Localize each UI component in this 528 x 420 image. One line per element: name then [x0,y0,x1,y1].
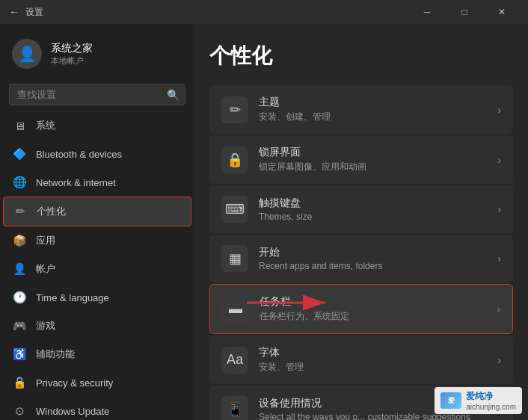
row-title-fonts: 字体 [259,346,497,359]
sidebar-item-time[interactable]: 🕐 Time & language [0,283,194,312]
content-title: 个性化 [209,42,513,70]
row-subtitle-theme: 安装、创建、管理 [259,111,497,123]
row-title-touchkeyboard: 触摸键盘 [259,197,497,210]
nav-icon-windowsupdate: ⊙ [12,404,27,419]
settings-row-lockscreen[interactable]: 🔒 锁屏界面 锁定屏幕图像、应用和动画 › [209,135,513,184]
row-text-touchkeyboard: 触摸键盘 Themes, size [259,197,497,222]
nav-icon-system: 🖥 [12,118,27,133]
row-subtitle-start: Recent apps and items, folders [259,261,497,271]
sidebar-item-windowsupdate[interactable]: ⊙ Windows Update [0,397,194,420]
row-title-theme: 主题 [259,96,497,109]
nav-label-time: Time & language [36,292,109,303]
sidebar-item-bluetooth[interactable]: 🔷 Bluetooth & devices [0,140,194,168]
chevron-icon-taskbar: › [497,303,500,315]
title-bar-left: ← 设置 [9,6,43,19]
chevron-icon-fonts: › [497,354,501,366]
back-icon[interactable]: ← [9,6,19,18]
nav-label-system: 系统 [36,119,55,132]
row-icon-taskbar: ▬ [222,296,249,323]
row-icon-lockscreen: 🔒 [221,146,248,173]
minimize-button[interactable]: ─ [410,0,444,24]
row-subtitle-lockscreen: 锁定屏幕图像、应用和动画 [259,161,497,173]
settings-row-theme[interactable]: ✏ 主题 安装、创建、管理 › [209,85,513,134]
nav-icon-time: 🕐 [12,290,27,305]
row-title-lockscreen: 锁屏界面 [259,146,497,159]
watermark-logo: 爱 [440,392,461,409]
sidebar-item-accounts[interactable]: 👤 帐户 [0,255,194,283]
title-bar: ← 设置 ─ □ ✕ [0,0,528,24]
nav-icon-bluetooth: 🔷 [12,146,27,161]
search-box: 🔍 [9,84,185,105]
nav-label-accessibility: 辅助功能 [36,348,75,361]
main-layout: 👤 系统之家 本地帐户 🔍 🖥 系统 🔷 Bluetooth & devices… [0,24,528,420]
watermark-url: aichunjing.com [466,403,516,411]
user-profile: 👤 系统之家 本地帐户 [0,24,194,81]
watermark: 爱 爱纯净 aichunjing.com [435,387,522,414]
nav-label-bluetooth: Bluetooth & devices [36,149,122,160]
row-text-fonts: 字体 安装、管理 [259,346,497,374]
chevron-icon-touchkeyboard: › [497,203,501,215]
row-icon-fonts: Aa [221,347,248,374]
settings-row-fonts[interactable]: Aa 字体 安装、管理 › [209,336,513,384]
row-title-start: 开始 [259,246,497,259]
settings-row-touchkeyboard[interactable]: ⌨ 触摸键盘 Themes, size › [209,185,513,233]
row-icon-start: ▦ [221,245,248,272]
nav-icon-privacy: 🔒 [12,375,27,390]
row-text-lockscreen: 锁屏界面 锁定屏幕图像、应用和动画 [259,146,497,173]
title-bar-controls: ─ □ ✕ [410,0,519,24]
nav-icon-network: 🌐 [12,175,27,190]
user-info: 系统之家 本地帐户 [51,42,93,67]
settings-row-start[interactable]: ▦ 开始 Recent apps and items, folders › [209,235,513,282]
content-area: 个性化 ✏ 主题 安装、创建、管理 › 🔒 锁屏界面 锁定屏幕图像、应用和动画 … [194,24,528,420]
nav-label-accounts: 帐户 [36,262,55,276]
nav-label-apps: 应用 [36,234,55,247]
sidebar-item-system[interactable]: 🖥 系统 [0,111,194,140]
row-icon-touchkeyboard: ⌨ [221,196,248,223]
nav-icon-accessibility: ♿ [12,347,27,362]
row-text-start: 开始 Recent apps and items, folders [259,246,497,271]
user-type: 本地帐户 [51,55,93,67]
nav-icon-accounts: 👤 [12,262,27,277]
sidebar-item-personalization[interactable]: ✏ 个性化 [3,197,191,226]
avatar: 👤 [12,39,42,69]
nav-icon-gaming: 🎮 [12,318,27,333]
row-text-theme: 主题 安装、创建、管理 [259,96,497,123]
settings-row-taskbar[interactable]: ▬ 任务栏 任务栏行为、系统固定 › [209,284,513,334]
nav-label-network: Network & internet [36,177,116,188]
row-subtitle-touchkeyboard: Themes, size [259,211,497,222]
search-input[interactable] [9,84,185,105]
settings-list: ✏ 主题 安装、创建、管理 › 🔒 锁屏界面 锁定屏幕图像、应用和动画 › ⌨ … [209,85,513,420]
nav-icon-apps: 📦 [12,233,27,248]
sidebar-item-apps[interactable]: 📦 应用 [0,226,194,255]
nav-label-privacy: Privacy & security [36,377,113,389]
chevron-icon-lockscreen: › [497,154,501,166]
close-button[interactable]: ✕ [485,0,519,24]
row-icon-deviceusage: 📱 [221,396,248,420]
search-icon: 🔍 [167,89,179,101]
row-title-taskbar: 任务栏 [260,295,497,309]
row-text-taskbar: 任务栏 任务栏行为、系统固定 [260,295,497,323]
row-subtitle-taskbar: 任务栏行为、系统固定 [260,310,497,323]
sidebar-item-network[interactable]: 🌐 Network & internet [0,168,194,197]
sidebar-item-accessibility[interactable]: ♿ 辅助功能 [0,340,194,368]
nav-label-windowsupdate: Windows Update [36,406,109,417]
title-bar-title: 设置 [25,6,43,19]
maximize-button[interactable]: □ [447,0,482,24]
row-icon-theme: ✏ [221,96,248,123]
nav-list: 🖥 系统 🔷 Bluetooth & devices 🌐 Network & i… [0,111,194,420]
chevron-icon-theme: › [497,104,501,116]
sidebar-item-gaming[interactable]: 🎮 游戏 [0,312,194,340]
chevron-icon-start: › [497,253,501,265]
nav-label-gaming: 游戏 [36,319,55,333]
nav-icon-personalization: ✏ [13,204,28,219]
watermark-brand: 爱纯净 [466,390,516,403]
sidebar: 👤 系统之家 本地帐户 🔍 🖥 系统 🔷 Bluetooth & devices… [0,24,194,420]
watermark-text: 爱纯净 aichunjing.com [466,390,516,411]
user-name: 系统之家 [51,42,93,55]
sidebar-item-privacy[interactable]: 🔒 Privacy & security [0,368,194,397]
nav-label-personalization: 个性化 [37,205,66,218]
row-subtitle-fonts: 安装、管理 [259,361,497,374]
